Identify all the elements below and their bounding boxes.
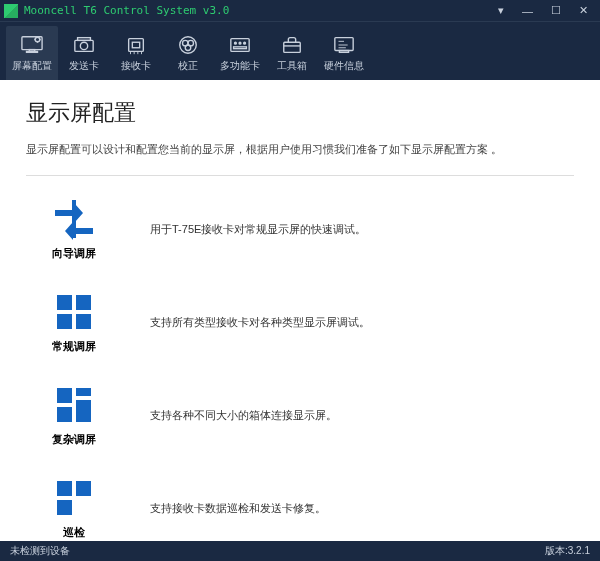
tab-multi-card[interactable]: 多功能卡: [214, 26, 266, 80]
toolbar-label: 校正: [178, 59, 198, 73]
svg-point-12: [185, 45, 191, 51]
svg-rect-17: [234, 46, 247, 48]
statusbar: 未检测到设备 版本:3.2.1: [0, 541, 600, 561]
svg-marker-23: [65, 222, 93, 240]
option-label: 常规调屏: [52, 339, 96, 354]
svg-rect-19: [335, 37, 353, 50]
receive-card-icon: [123, 34, 149, 56]
maximize-button[interactable]: ☐: [551, 4, 561, 17]
status-device: 未检测到设备: [10, 544, 545, 558]
svg-point-5: [80, 42, 87, 49]
option-description: 支持各种不同大小的箱体连接显示屏。: [150, 408, 337, 423]
svg-point-14: [235, 42, 237, 44]
toolbar-label: 硬件信息: [324, 59, 364, 73]
page-title: 显示屏配置: [26, 98, 574, 128]
tab-hardware-info[interactable]: 硬件信息: [318, 26, 370, 80]
multi-card-icon: [227, 34, 253, 56]
svg-rect-33: [76, 481, 91, 496]
option-regular[interactable]: 常规调屏 支持所有类型接收卡对各种类型显示屏调试。: [26, 291, 574, 354]
option-header: 巡检: [46, 477, 102, 540]
send-card-icon: [71, 34, 97, 56]
screen-config-icon: [19, 34, 45, 56]
grid-icon: [53, 291, 95, 333]
svg-point-15: [239, 42, 241, 44]
svg-rect-25: [76, 295, 91, 310]
svg-rect-3: [27, 51, 38, 52]
toolbar: 屏幕配置 发送卡 接收卡 校正 多功能卡 工具箱 硬件信息: [0, 22, 600, 80]
divider: [26, 175, 574, 176]
tab-toolbox[interactable]: 工具箱: [266, 26, 318, 80]
titlebar: Mooncell T6 Control System v3.0 ▾ — ☐ ✕: [0, 0, 600, 22]
app-logo-icon: [4, 4, 18, 18]
svg-rect-7: [129, 38, 144, 51]
svg-rect-32: [57, 481, 72, 496]
option-inspect[interactable]: 巡检 支持接收卡数据巡检和发送卡修复。: [26, 477, 574, 540]
svg-rect-27: [76, 314, 91, 329]
svg-rect-24: [57, 295, 72, 310]
toolbox-icon: [279, 34, 305, 56]
minimize-button[interactable]: —: [522, 5, 533, 17]
inspect-icon: [53, 477, 95, 519]
svg-marker-22: [55, 204, 83, 222]
option-description: 用于T-75E接收卡对常规显示屏的快速调试。: [150, 222, 366, 237]
svg-rect-34: [57, 500, 72, 515]
option-description: 支持所有类型接收卡对各种类型显示屏调试。: [150, 315, 370, 330]
toolbar-label: 屏幕配置: [12, 59, 52, 73]
option-complex[interactable]: 复杂调屏 支持各种不同大小的箱体连接显示屏。: [26, 384, 574, 447]
titlebar-controls: ▾ — ☐ ✕: [498, 4, 596, 17]
option-wizard[interactable]: 向导调屏 用于T-75E接收卡对常规显示屏的快速调试。: [26, 198, 574, 261]
svg-rect-13: [231, 38, 249, 51]
option-header: 向导调屏: [46, 198, 102, 261]
tab-calibrate[interactable]: 校正: [162, 26, 214, 80]
tab-send-card[interactable]: 发送卡: [58, 26, 110, 80]
status-version: 版本:3.2.1: [545, 544, 590, 558]
complex-grid-icon: [53, 384, 95, 426]
tab-screen-config[interactable]: 屏幕配置: [6, 26, 58, 80]
svg-rect-28: [57, 388, 72, 403]
svg-rect-8: [132, 42, 139, 48]
hardware-info-icon: [331, 34, 357, 56]
option-description: 支持接收卡数据巡检和发送卡修复。: [150, 501, 326, 516]
toolbar-label: 发送卡: [69, 59, 99, 73]
option-header: 常规调屏: [46, 291, 102, 354]
dropdown-icon[interactable]: ▾: [498, 4, 504, 17]
svg-rect-6: [78, 37, 91, 40]
option-label: 复杂调屏: [52, 432, 96, 447]
svg-rect-26: [57, 314, 72, 329]
toolbar-label: 接收卡: [121, 59, 151, 73]
svg-rect-20: [339, 50, 348, 52]
wizard-icon: [53, 198, 95, 240]
svg-rect-18: [284, 42, 301, 52]
svg-point-16: [244, 42, 246, 44]
app-title: Mooncell T6 Control System v3.0: [24, 4, 498, 17]
page-description: 显示屏配置可以设计和配置您当前的显示屏，根据用户使用习惯我们准备了如下显示屏配置…: [26, 142, 574, 157]
tab-receive-card[interactable]: 接收卡: [110, 26, 162, 80]
toolbar-label: 工具箱: [277, 59, 307, 73]
svg-point-1: [35, 37, 40, 42]
main-content: 显示屏配置 显示屏配置可以设计和配置您当前的显示屏，根据用户使用习惯我们准备了如…: [0, 80, 600, 541]
svg-rect-29: [76, 388, 91, 396]
svg-rect-31: [57, 407, 72, 422]
toolbar-label: 多功能卡: [220, 59, 260, 73]
svg-rect-30: [76, 400, 91, 422]
option-label: 巡检: [63, 525, 85, 540]
option-header: 复杂调屏: [46, 384, 102, 447]
close-button[interactable]: ✕: [579, 4, 588, 17]
option-label: 向导调屏: [52, 246, 96, 261]
calibrate-icon: [175, 34, 201, 56]
